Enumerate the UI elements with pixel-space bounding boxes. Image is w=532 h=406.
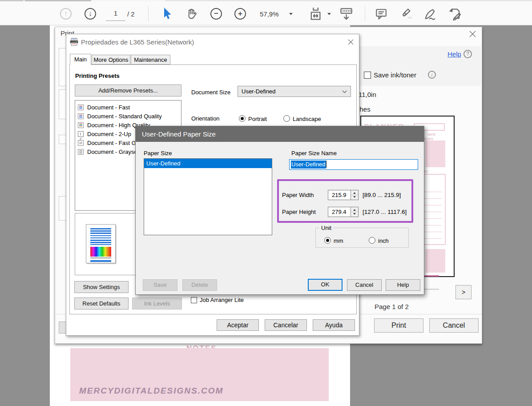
properties-close-icon[interactable]: [347, 39, 354, 45]
inch-label: inch: [378, 237, 389, 244]
zoom-slider-track[interactable]: [424, 289, 439, 290]
planner-priorities-label: RITIES: [423, 137, 433, 141]
paper-height-label: Paper Height: [282, 209, 316, 215]
document-size-value: User-Defined: [242, 88, 276, 95]
zoom-out-button[interactable]: −: [210, 8, 222, 20]
mm-radio[interactable]: [324, 237, 331, 244]
paper-size-name-label: Paper Size Name: [291, 150, 337, 157]
sample-text-lines: [90, 228, 111, 245]
copies-control-edge: [59, 89, 66, 119]
planner-bottom-block: [425, 249, 445, 273]
edit-document-icon[interactable]: [448, 8, 462, 21]
show-settings-button[interactable]: Show Settings: [74, 281, 129, 293]
paper-size-help-button[interactable]: Help: [386, 279, 420, 291]
preview-next-page-button[interactable]: >: [455, 285, 472, 299]
size-control-edge: [59, 196, 66, 221]
preset-2up-icon: [78, 131, 84, 137]
page-total-label: / 2: [127, 10, 135, 18]
print-dialog-close-icon[interactable]: [469, 30, 476, 38]
accept-button[interactable]: Aceptar: [217, 319, 259, 331]
highlighter-tool-icon[interactable]: [399, 7, 412, 20]
spinner-buttons[interactable]: [351, 190, 358, 200]
hand-tool-icon[interactable]: [185, 8, 197, 20]
screen: ↑ ↓ 1 / 2 − + 57,9%: [0, 0, 532, 406]
planner-priorities-block: [425, 141, 445, 167]
landscape-radio[interactable]: [283, 115, 290, 122]
preset-item[interactable]: Document - Standard Quality: [75, 112, 181, 121]
planner-date-label: DATE: [427, 133, 436, 136]
paper-width-spinner[interactable]: 215.9: [328, 190, 359, 200]
acrobat-toolbar: ↑ ↓ 1 / 2 − + 57,9%: [0, 1, 532, 25]
paper-size-dialog-title: User-Defined Paper Size: [142, 130, 216, 138]
paper-height-spinner[interactable]: 279.4: [328, 207, 359, 217]
save-ink-checkbox[interactable]: [364, 72, 371, 79]
preset-label: Document - 2-Up: [87, 131, 131, 137]
landscape-label: Landscape: [293, 116, 321, 122]
paper-size-label: Paper Size: [144, 150, 172, 157]
ink-levels-button[interactable]: Ink Levels: [132, 297, 182, 310]
toolbar-separator: [148, 6, 149, 22]
orientation-label: Orientation: [191, 115, 220, 122]
unit-label: Unit: [319, 225, 333, 231]
preset-item[interactable]: Document - Fast: [75, 103, 181, 112]
spinner-buttons[interactable]: [351, 207, 358, 217]
page-number-input[interactable]: 1: [106, 9, 125, 21]
job-arranger-label: Job Arranger Lite: [200, 297, 244, 303]
watermark-text: MERCYDIGITALDESIGNS.COM: [79, 386, 223, 396]
preset-doc-icon: [78, 122, 84, 128]
zoom-in-button[interactable]: +: [234, 8, 246, 20]
toolbar-separator: [365, 6, 365, 21]
previous-page-button[interactable]: ↑: [60, 8, 72, 20]
help-link[interactable]: Help: [447, 50, 461, 58]
mm-label: mm: [334, 237, 343, 244]
paper-size-cancel-button[interactable]: Cancel: [347, 279, 382, 291]
paper-width-label: Paper Width: [282, 192, 314, 198]
tab-main[interactable]: Main: [70, 54, 91, 65]
document-size-dropdown[interactable]: User-Defined: [238, 86, 351, 97]
print-cancel-button[interactable]: Cancel: [429, 318, 479, 333]
info-icon[interactable]: i: [428, 71, 436, 79]
save-button[interactable]: Save: [143, 279, 177, 291]
page-indicator: Page 1 of 2: [375, 303, 409, 310]
paper-height-range: [127.0 ... 1117.6]: [363, 209, 407, 215]
printer-select-edge: [59, 48, 66, 86]
help-question-icon[interactable]: ?: [463, 50, 472, 58]
portrait-label: Portrait: [248, 116, 267, 122]
setup-button-edge: [59, 322, 66, 334]
sample-blue-line: [90, 260, 111, 262]
preset-grayscale-icon: [78, 140, 84, 146]
properties-help-button[interactable]: Ayuda: [313, 319, 355, 331]
tab-maintenance[interactable]: Maintenance: [131, 55, 170, 64]
zoom-level-value[interactable]: 57,9%: [260, 10, 279, 18]
paper-size-list[interactable]: User-Defined: [144, 158, 272, 235]
select-tool-icon[interactable]: [163, 8, 172, 20]
presentation-mode-icon[interactable]: [339, 7, 353, 20]
zoom-dropdown-caret[interactable]: [289, 13, 293, 15]
fit-dropdown-caret[interactable]: [327, 13, 331, 15]
sign-tool-icon[interactable]: [423, 8, 437, 21]
preset-doc-icon: [78, 105, 84, 110]
comment-tool-icon[interactable]: [375, 8, 387, 20]
planner-todo-lines: [422, 185, 442, 239]
paper-size-name-input[interactable]: User-Defined: [289, 159, 418, 170]
job-arranger-checkbox[interactable]: [191, 297, 197, 303]
reset-defaults-button[interactable]: Reset Defaults: [74, 297, 129, 310]
preset-doc-icon: [78, 113, 84, 119]
paper-width-value: 215.9: [332, 192, 347, 198]
quality-sample-page: [86, 224, 116, 263]
preset-label: Document - Standard Quality: [87, 113, 162, 120]
portrait-radio[interactable]: [239, 115, 246, 122]
preset-grayscale-icon: [78, 149, 84, 155]
tab-more-options[interactable]: More Options: [92, 55, 130, 64]
ok-button[interactable]: OK: [308, 279, 343, 291]
inch-radio[interactable]: [369, 237, 375, 244]
next-page-button[interactable]: ↓: [85, 8, 96, 20]
fit-width-icon[interactable]: [309, 7, 322, 20]
preset-label: Document - Fast: [87, 104, 130, 111]
delete-button[interactable]: Delete: [182, 279, 217, 291]
paper-size-list-selected[interactable]: User-Defined: [144, 159, 272, 168]
properties-cancel-button[interactable]: Cancelar: [265, 319, 307, 331]
add-remove-presets-button[interactable]: Add/Remove Presets...: [75, 84, 181, 96]
print-button[interactable]: Print: [374, 318, 423, 333]
printer-icon: [70, 38, 78, 46]
